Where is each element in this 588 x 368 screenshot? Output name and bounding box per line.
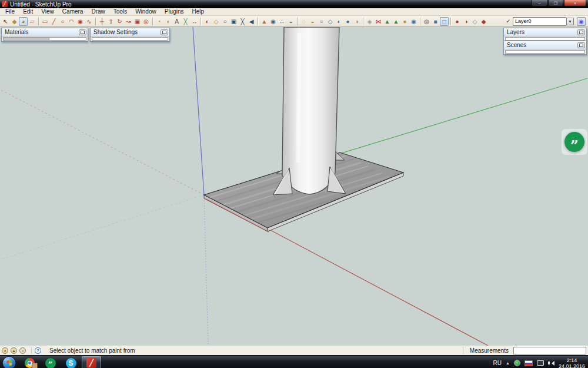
menu-file[interactable]: File	[1, 8, 19, 15]
clock[interactable]: 2:14 24.01.2016	[559, 357, 585, 368]
shaded-button[interactable]: ◐	[335, 17, 343, 26]
hidden-icons-chevron-icon[interactable]: ▲	[506, 361, 510, 365]
eraser-button[interactable]: ▱	[28, 17, 36, 26]
plugin-tree-1-button[interactable]: ▲	[383, 17, 392, 26]
walk-button[interactable]: ∴	[278, 17, 286, 26]
x-ray-button[interactable]: ◌	[299, 17, 308, 26]
follow-me-button[interactable]: ↝	[124, 17, 133, 26]
taskbar-hangouts-button[interactable]: ”	[41, 356, 60, 368]
taskbar-sketchup-button[interactable]: ╱	[82, 356, 101, 368]
tape-measure-icon: ◔	[157, 17, 161, 26]
scale-button[interactable]: ▣	[133, 17, 142, 26]
back-edges-button[interactable]: ◒	[308, 17, 317, 26]
scenes-collapse-button[interactable]	[577, 42, 585, 48]
plugin-tree-2-button[interactable]: ▲	[392, 17, 400, 26]
menu-window[interactable]: Window	[131, 8, 161, 15]
view-box-button[interactable]: □	[440, 17, 449, 26]
make-component-button[interactable]: ◆	[10, 17, 19, 26]
materials-strip[interactable]	[3, 37, 86, 41]
circle-button[interactable]: ○	[58, 17, 67, 26]
plugin-red-1-button[interactable]: ●	[453, 17, 462, 26]
menu-view[interactable]: View	[37, 8, 58, 15]
rotate-button[interactable]: ↻	[115, 17, 124, 26]
freehand-button[interactable]: ∿	[85, 17, 93, 26]
taskbar-skype-button[interactable]: S	[61, 356, 81, 368]
status-bar: ●▲● ? Select object to match paint from …	[0, 346, 588, 355]
paint-bucket-button[interactable]: ◕	[19, 17, 28, 26]
orbit-button[interactable]: ◐	[203, 17, 212, 26]
shadow-settings-collapse-button[interactable]	[161, 29, 168, 35]
materials-panel-titlebar[interactable]: Materials	[2, 28, 88, 37]
axes-button[interactable]: ╳	[181, 17, 190, 26]
menu-plugins[interactable]: Plugins	[161, 8, 188, 15]
language-flag-icon[interactable]	[524, 360, 533, 366]
polygon-button[interactable]: ◉	[76, 17, 85, 26]
status-signin-icon[interactable]: ●	[19, 347, 26, 354]
protractor-button[interactable]: ◖	[163, 17, 172, 26]
shaded-textures-button[interactable]: ●	[343, 17, 352, 26]
layers-panel-titlebar[interactable]: Layers	[504, 28, 586, 37]
start-button[interactable]	[2, 356, 16, 368]
push-pull-button[interactable]: ⇧	[106, 17, 115, 26]
display-tray-icon[interactable]	[537, 360, 544, 366]
menu-camera[interactable]: Camera	[58, 8, 88, 15]
antivirus-tray-icon[interactable]	[514, 360, 520, 366]
camera-target-button[interactable]: ◎	[422, 17, 431, 26]
menu-draw[interactable]: Draw	[87, 8, 109, 15]
tape-measure-button[interactable]: ◔	[155, 17, 163, 26]
select-button[interactable]: ↖	[1, 17, 10, 26]
drawing-area[interactable]: Materials Shadow Settings Layers	[0, 27, 588, 346]
section-plane-button[interactable]: ◒	[286, 17, 295, 26]
shadow-settings-panel-titlebar[interactable]: Shadow Settings	[91, 28, 169, 37]
back-edges-icon: ◒	[310, 17, 314, 26]
status-geolocation-icon[interactable]: ●	[2, 347, 8, 354]
hangouts-floating-button[interactable]: ”	[564, 132, 584, 152]
minimize-button[interactable]: –	[532, 0, 547, 6]
zoom-button[interactable]: ○	[220, 17, 229, 26]
position-camera-button[interactable]: ▲	[260, 17, 269, 26]
line-button[interactable]: ╱	[49, 17, 58, 26]
close-button[interactable]: ×	[564, 0, 586, 6]
menu-help[interactable]: Help	[188, 8, 209, 15]
materials-collapse-button[interactable]	[79, 29, 86, 35]
volume-icon[interactable]	[548, 361, 554, 366]
status-credit-icon[interactable]: ▲	[11, 347, 17, 354]
wireframe-button[interactable]: ○	[317, 17, 326, 26]
zoom-extents-button[interactable]: ╳	[238, 17, 247, 26]
zoom-window-button[interactable]: ▣	[229, 17, 238, 26]
scenes-panel-titlebar[interactable]: Scenes	[504, 41, 586, 49]
offset-button[interactable]: ◎	[142, 17, 151, 26]
hidden-line-button[interactable]: ◇	[326, 17, 335, 26]
zoom-previous-button[interactable]: ◀	[247, 17, 256, 26]
layer-manager-button[interactable]: ◉	[577, 17, 586, 26]
text-button[interactable]: A	[172, 17, 181, 26]
plugin-fish-button[interactable]: ⋈	[374, 17, 383, 26]
layers-collapse-button[interactable]	[577, 29, 585, 35]
arc-button[interactable]: ◠	[67, 17, 76, 26]
plugin-coin-2-button[interactable]: ◉	[409, 17, 418, 26]
layer-select-arrow-icon[interactable]: ▼	[566, 18, 574, 25]
move-button[interactable]: ┼	[98, 17, 106, 26]
maximize-button[interactable]: ❐	[548, 0, 563, 6]
pan-button[interactable]: ◇	[212, 17, 220, 26]
scenes-strip[interactable]	[505, 50, 585, 54]
plugin-red-2-button[interactable]: ◑	[462, 17, 470, 26]
layer-select[interactable]: Layer0	[513, 17, 566, 26]
language-indicator[interactable]: RU	[493, 360, 502, 366]
monochrome-button[interactable]: ◑	[352, 17, 361, 26]
menu-edit[interactable]: Edit	[19, 8, 37, 15]
taskbar-chrome-button[interactable]	[20, 356, 39, 368]
dimension-button[interactable]: ↔	[190, 17, 199, 26]
view-shaded-box-button[interactable]: ■	[431, 17, 440, 26]
rectangle-button[interactable]: ▭	[41, 17, 49, 26]
measurements-input[interactable]	[513, 347, 586, 354]
plugin-coin-1-button[interactable]: ●	[400, 17, 409, 26]
title-bar[interactable]: ╱ Untitled - SketchUp Pro – ❐ ×	[0, 0, 588, 8]
plugin-gray-button[interactable]: ◇	[470, 17, 479, 26]
menu-tools[interactable]: Tools	[109, 8, 131, 15]
shadow-settings-strip[interactable]	[92, 37, 168, 41]
status-help-icon[interactable]: ?	[35, 347, 41, 354]
look-around-button[interactable]: ◉	[269, 17, 278, 26]
plugin-diamond-button[interactable]: ◈	[365, 17, 374, 26]
plugin-red-3-button[interactable]: ◆	[479, 17, 488, 26]
